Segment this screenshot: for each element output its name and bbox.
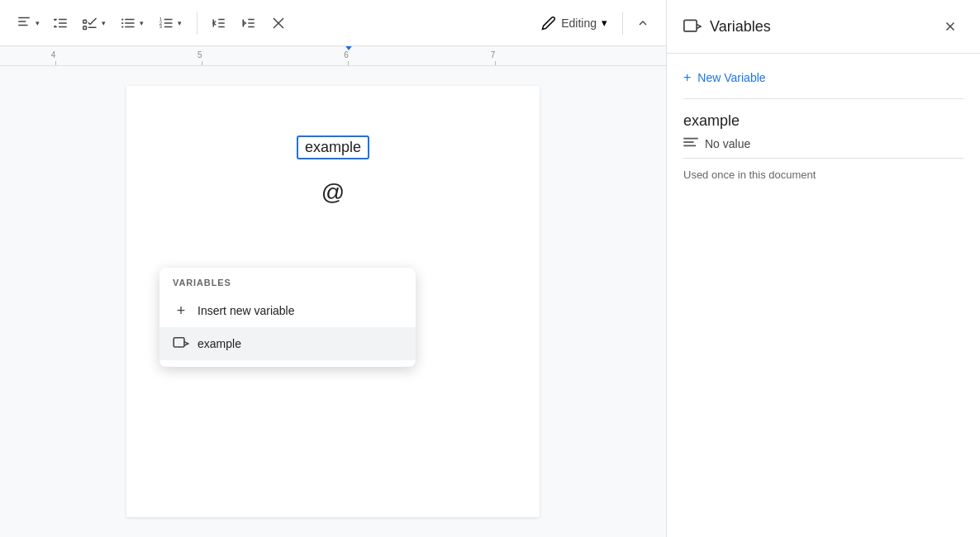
toolbar-separator-1: [197, 12, 197, 35]
new-variable-button[interactable]: + New Variable: [683, 67, 963, 99]
panel-title: Variables: [710, 18, 937, 36]
variables-panel: Variables + New Variable example: [666, 0, 980, 537]
align-chevron: ▾: [36, 19, 40, 27]
toolbar-group-align: ▾ ▾: [10, 10, 188, 36]
plus-icon: +: [173, 302, 189, 319]
list-icon: [683, 136, 698, 151]
insert-new-variable-label: Insert new variable: [197, 304, 295, 317]
svg-point-10: [121, 18, 123, 20]
collapse-button[interactable]: [630, 10, 656, 36]
variable-chip-container: example: [168, 135, 498, 159]
ruler-tick-4: 4: [53, 50, 58, 65]
variable-usage-text: Used once in this document: [683, 158, 963, 181]
indent-decrease-button[interactable]: [206, 10, 232, 36]
autocomplete-header: VARIABLES: [159, 274, 416, 294]
at-symbol-container: @: [168, 179, 498, 206]
ruler-tick-7: 7: [492, 50, 497, 65]
svg-text:3: 3: [159, 24, 163, 29]
svg-rect-7: [83, 20, 87, 23]
numbered-list-button[interactable]: 1 2 3 ▾: [152, 10, 188, 36]
svg-point-11: [121, 21, 123, 23]
checklist-chevron: ▾: [102, 19, 106, 27]
example-variable-label: example: [197, 337, 241, 350]
variable-example-name: example: [683, 112, 963, 130]
no-value-label: No value: [705, 137, 750, 150]
line-spacing-button[interactable]: [48, 10, 74, 36]
ruler-arrow: [344, 46, 354, 50]
variable-example-section: example No value Used once in this docum…: [683, 99, 963, 181]
ruler-tick-5: 5: [200, 50, 205, 65]
close-icon: [943, 19, 958, 34]
variable-chip[interactable]: example: [297, 135, 369, 159]
doc-content: example @ VARIABLES + Insert new variabl…: [0, 66, 666, 537]
indent-increase-button[interactable]: [235, 10, 262, 36]
pencil-icon: [541, 16, 556, 31]
editor-area: ▾ ▾: [0, 0, 666, 537]
align-icon: [17, 14, 31, 31]
variable-value-row: No value: [683, 136, 963, 151]
autocomplete-item-insert-new[interactable]: + Insert new variable: [159, 294, 416, 327]
ruler-inner: 4 5 6 7: [0, 46, 666, 65]
panel-body: + New Variable example No value Used onc…: [667, 54, 980, 537]
list-button[interactable]: ▾: [114, 10, 150, 36]
panel-header: Variables: [667, 0, 980, 54]
checklist-button[interactable]: ▾: [76, 10, 112, 36]
new-variable-label: New Variable: [697, 71, 765, 84]
svg-rect-33: [684, 20, 697, 31]
panel-close-button[interactable]: [937, 13, 963, 40]
editing-label: Editing: [561, 17, 597, 30]
toolbar-divider-right: [622, 12, 623, 35]
editing-mode-dropdown[interactable]: Editing ▾: [533, 12, 616, 34]
list-chevron: ▾: [140, 19, 144, 27]
clear-format-button[interactable]: [265, 10, 292, 36]
doc-page[interactable]: example @ VARIABLES + Insert new variabl…: [126, 86, 540, 517]
align-button[interactable]: ▾: [10, 10, 46, 36]
svg-rect-32: [174, 338, 184, 347]
svg-rect-9: [83, 26, 87, 29]
ruler-tick-6: 6: [346, 50, 351, 65]
at-symbol: @: [168, 179, 498, 206]
variable-icon: [173, 335, 189, 352]
numbered-list-chevron: ▾: [178, 19, 182, 27]
svg-point-12: [121, 26, 123, 27]
chevron-up-icon: [636, 17, 649, 30]
new-variable-plus-icon: +: [683, 70, 691, 85]
toolbar: ▾ ▾: [0, 0, 666, 46]
editing-chevron: ▾: [602, 17, 607, 29]
variables-panel-icon: [683, 19, 702, 34]
autocomplete-dropdown: VARIABLES + Insert new variable example: [159, 268, 416, 367]
autocomplete-item-example[interactable]: example: [159, 327, 416, 360]
ruler: 4 5 6 7: [0, 46, 666, 66]
